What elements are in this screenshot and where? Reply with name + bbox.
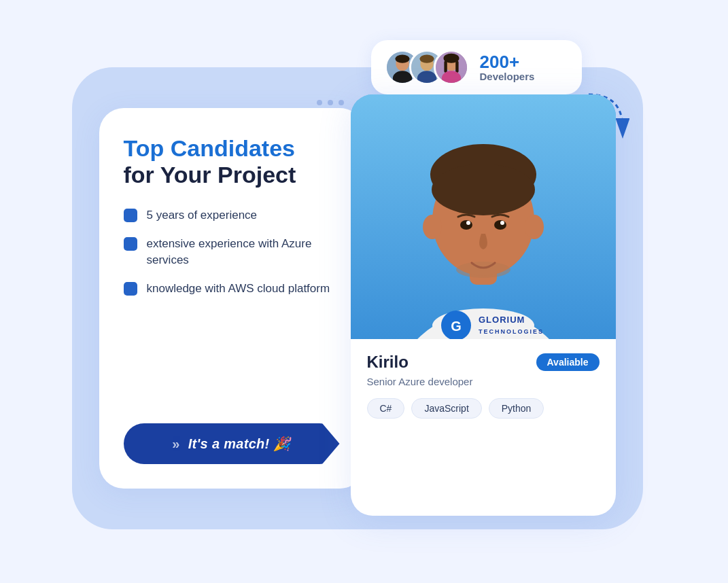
svg-point-25 <box>460 220 472 230</box>
candidate-role: Senior Azure developer <box>367 376 600 387</box>
skills-list: C# JavaScript Python <box>367 398 600 419</box>
bullet-item-3: knowledge with AWS cloud platform <box>124 281 340 297</box>
svg-point-7 <box>417 71 436 85</box>
match-arrows: » <box>172 436 179 452</box>
svg-point-3 <box>392 71 411 85</box>
svg-text:GLORIUM: GLORIUM <box>479 315 525 325</box>
skill-python[interactable]: Python <box>489 398 544 419</box>
svg-rect-12 <box>455 60 458 73</box>
bullet-dot-1 <box>124 209 137 222</box>
skill-javascript[interactable]: JavaScript <box>411 398 481 419</box>
profile-info: Kirilo Avaliable Senior Azure developer … <box>351 339 616 516</box>
developer-count: 200+ Developers <box>480 53 535 82</box>
svg-rect-11 <box>444 60 447 73</box>
match-button[interactable]: » It's a match! 🎉 <box>124 423 340 464</box>
card-title-blue: Top Candidates <box>124 135 340 162</box>
candidate-name: Kirilo <box>367 353 409 372</box>
svg-point-2 <box>395 54 409 63</box>
svg-point-24 <box>525 215 544 239</box>
svg-point-6 <box>419 54 434 63</box>
bullet-dot-3 <box>124 282 137 296</box>
count-number: 200+ <box>480 53 535 71</box>
svg-point-29 <box>456 262 510 278</box>
left-card: Top Candidates for Your Project 5 years … <box>99 108 364 489</box>
svg-point-28 <box>500 221 504 225</box>
count-label: Developers <box>480 71 535 82</box>
available-badge: Avaliable <box>536 353 600 371</box>
profile-photo-area: G GLORIUM TECHNOLOGIES <box>351 94 616 339</box>
developers-card: 200+ Developers <box>371 40 582 94</box>
profile-card: G GLORIUM TECHNOLOGIES Kirilo Avaliable … <box>351 94 616 516</box>
avatar-group <box>385 50 469 85</box>
card-title-dark: for Your Project <box>124 162 340 188</box>
avatar-3 <box>434 50 469 85</box>
svg-point-27 <box>466 221 470 225</box>
svg-point-26 <box>494 220 506 230</box>
bullet-dot-2 <box>124 237 137 251</box>
bullet-item-2: extensive experience with Azure services <box>124 236 340 268</box>
svg-point-13 <box>441 71 460 85</box>
match-label: It's a match! 🎉 <box>188 436 291 452</box>
dot-1 <box>317 100 322 105</box>
skill-csharp[interactable]: C# <box>367 398 405 419</box>
dot-2 <box>328 100 333 105</box>
svg-point-22 <box>432 164 535 215</box>
svg-text:TECHNOLOGIES: TECHNOLOGIES <box>479 328 544 335</box>
scene: 200+ Developers Top Candidates for Your … <box>58 26 670 556</box>
svg-text:G: G <box>451 319 462 334</box>
decorative-dots <box>317 100 344 105</box>
requirements-list: 5 years of experience extensive experien… <box>124 207 340 296</box>
profile-name-row: Kirilo Avaliable <box>367 353 600 372</box>
dot-3 <box>339 100 344 105</box>
bullet-item-1: 5 years of experience <box>124 207 340 224</box>
svg-point-23 <box>423 215 442 239</box>
